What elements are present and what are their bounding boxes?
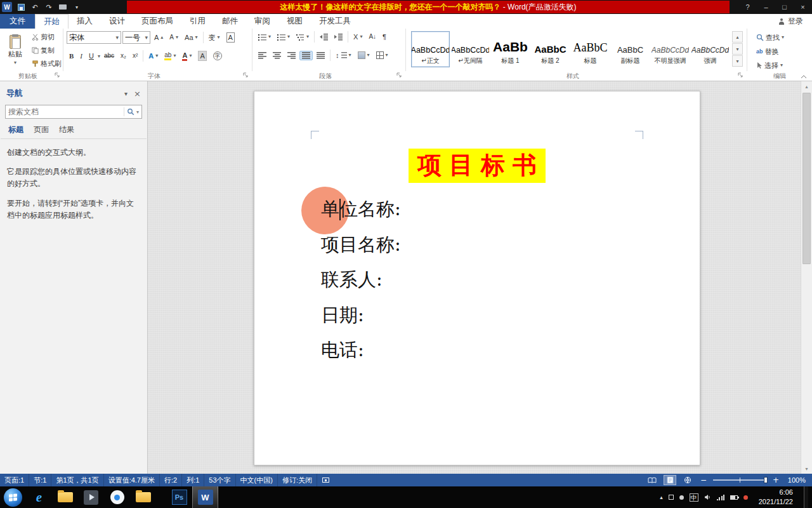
styles-dialog-launcher[interactable] [738, 72, 745, 79]
paste-dropdown-icon[interactable]: ▾ [14, 60, 16, 65]
tab-review[interactable]: 审阅 [246, 14, 278, 29]
justify-button[interactable] [299, 51, 313, 60]
styles-scroll-up-button[interactable]: ▴ [732, 31, 743, 43]
underline-button[interactable]: U [86, 50, 96, 62]
grow-font-button[interactable]: A▴ [152, 32, 166, 43]
word-app-icon[interactable]: W [2, 2, 12, 12]
bullets-button[interactable]: ▾ [256, 31, 273, 43]
style-card-subtitle[interactable]: AaBbC 副标题 [611, 31, 650, 67]
internet-explorer-button[interactable]: e [26, 486, 52, 508]
font-family-dropdown-icon[interactable]: ▾ [115, 34, 119, 41]
status-word-count[interactable]: 53个字 [204, 474, 235, 486]
folder-button[interactable] [130, 486, 156, 508]
style-card-heading1[interactable]: AaBb 标题 1 [491, 31, 530, 67]
italic-button[interactable]: I [77, 50, 85, 62]
subscript-button[interactable]: x₂ [118, 50, 129, 62]
security-icon[interactable] [669, 495, 674, 500]
tab-references[interactable]: 引用 [181, 14, 214, 29]
align-left-button[interactable] [256, 51, 269, 60]
network-icon[interactable] [717, 495, 724, 500]
browser-button[interactable] [104, 486, 130, 508]
clipboard-dialog-launcher[interactable] [55, 72, 62, 79]
font-size-select[interactable]: 一号 ▾ [122, 31, 150, 44]
document-line[interactable]: 单位名称: [321, 192, 401, 227]
collapse-ribbon-button[interactable] [801, 73, 807, 80]
replace-button[interactable]: ab 替换 [754, 46, 787, 57]
text-effects-button[interactable]: A▾ [146, 50, 160, 62]
close-button[interactable]: × [794, 0, 812, 14]
enclose-characters-button[interactable]: 字 [211, 50, 225, 62]
increase-indent-button[interactable] [332, 32, 345, 42]
format-painter-button[interactable]: 格式刷 [29, 58, 64, 69]
style-card-no-spacing[interactable]: AaBbCcDd ↵无间隔 [451, 31, 490, 67]
font-size-dropdown-icon[interactable]: ▾ [145, 34, 148, 41]
help-button[interactable]: ? [738, 0, 757, 14]
text-highlight-button[interactable]: ab▾ [162, 50, 178, 62]
battery-icon[interactable] [730, 495, 738, 500]
macro-record-icon[interactable] [322, 478, 329, 483]
zoom-level[interactable]: 100% [785, 476, 806, 484]
search-input[interactable] [8, 107, 121, 116]
change-case-button[interactable]: Aa▾ [182, 32, 200, 43]
zoom-in-button[interactable]: + [771, 476, 780, 485]
multilevel-list-button[interactable]: ▾ [294, 31, 311, 43]
underline-dropdown-icon[interactable]: ▾ [98, 53, 100, 59]
style-card-normal[interactable]: AaBbCcDd ↵正文 [411, 31, 450, 67]
show-marks-button[interactable]: ¶ [380, 31, 389, 43]
zoom-slider[interactable] [713, 479, 766, 481]
maximize-button[interactable]: □ [775, 0, 794, 14]
word-taskbar-button[interactable]: W [192, 486, 218, 508]
decrease-indent-button[interactable] [317, 32, 331, 42]
scrollbar-thumb[interactable] [802, 93, 811, 264]
bold-button[interactable]: B [67, 50, 76, 62]
show-desktop-button[interactable] [804, 486, 808, 508]
web-layout-button[interactable] [681, 475, 694, 485]
redo-icon[interactable]: ↷ [44, 2, 54, 12]
tab-file[interactable]: 文件 [0, 14, 35, 29]
align-center-button[interactable] [270, 51, 284, 60]
volume-icon[interactable] [704, 494, 711, 500]
scroll-down-button[interactable]: ▾ [801, 464, 812, 474]
document-search-box[interactable]: ▾ [5, 105, 142, 119]
tab-developer[interactable]: 开发工具 [311, 14, 359, 29]
status-vertical-position[interactable]: 设置值:4.7厘米 [104, 474, 160, 486]
paragraph-dialog-launcher[interactable] [396, 72, 403, 79]
ime-icon[interactable]: 中 [690, 493, 698, 502]
zoom-slider-thumb[interactable] [764, 477, 768, 483]
line-spacing-button[interactable]: ↕▾ [333, 50, 354, 61]
photoshop-button[interactable]: Ps [166, 486, 192, 508]
tab-design[interactable]: 设计 [101, 14, 133, 29]
cut-button[interactable]: 剪切 [29, 31, 64, 43]
nav-tab-headings[interactable]: 标题 [8, 124, 23, 135]
tab-home[interactable]: 开始 [35, 14, 69, 29]
minimize-button[interactable]: – [757, 0, 775, 14]
navigation-close-icon[interactable]: × [134, 89, 141, 98]
navigation-options-icon[interactable]: ▾ [124, 90, 128, 97]
copy-button[interactable]: 复制 [29, 44, 64, 56]
styles-scroll-down-button[interactable]: ▾ [732, 43, 743, 55]
document-line[interactable]: 电话: [321, 333, 401, 368]
font-family-select[interactable]: 宋体 ▾ [67, 31, 121, 44]
nav-tab-pages[interactable]: 页面 [34, 124, 49, 135]
character-border-button[interactable]: A [224, 31, 237, 44]
zoom-out-button[interactable]: − [699, 476, 708, 485]
find-button[interactable]: 查找 ▾ [754, 32, 787, 43]
document-line[interactable]: 日期: [321, 298, 401, 333]
strikethrough-button[interactable]: abc [102, 50, 117, 62]
sign-in-button[interactable]: 登录 [769, 14, 812, 29]
print-icon[interactable] [58, 2, 68, 12]
tab-view[interactable]: 视图 [278, 14, 311, 29]
notification-icon[interactable] [679, 495, 684, 500]
phonetic-guide-button[interactable]: 变▾ [206, 32, 223, 43]
numbering-button[interactable]: ▾ [275, 31, 292, 43]
search-options-icon[interactable]: ▾ [136, 109, 139, 115]
document-line[interactable]: 项目名称: [321, 227, 401, 263]
distribute-button[interactable] [314, 51, 327, 60]
media-app-button[interactable] [78, 486, 104, 508]
scroll-up-button[interactable]: ▴ [801, 81, 812, 91]
status-line-number[interactable]: 行:2 [160, 474, 182, 486]
undo-icon[interactable]: ↶ [30, 2, 40, 12]
asian-layout-button[interactable]: X▾ [351, 31, 365, 43]
align-right-button[interactable] [285, 51, 298, 60]
style-card-subtle-emphasis[interactable]: AaBbCcDd 不明显强调 [651, 31, 690, 67]
